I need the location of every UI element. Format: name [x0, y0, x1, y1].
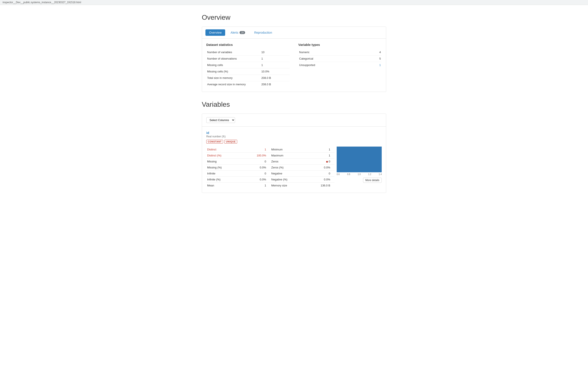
stat-value: 0: [241, 159, 270, 165]
alerts-badge: 20: [240, 31, 245, 34]
table-row: Distinct (%) 100.0%: [206, 152, 270, 159]
tab-reproduction[interactable]: Reproduction: [251, 29, 275, 36]
var-stats-left-table: Distinct 1 Distinct (%) 100.0% Missing 0: [206, 146, 270, 188]
dot-indicator: [326, 161, 328, 163]
table-row: Missing 0: [206, 159, 270, 165]
stat-value: 0.0%: [241, 165, 270, 171]
type-label: Categorical: [298, 55, 369, 62]
browser-url: inspector__Dev__public.systems_instance_…: [2, 1, 81, 4]
stat-label: Mean: [206, 183, 241, 189]
stat-label: Infinite: [206, 171, 241, 177]
table-row: Zeros 0: [270, 159, 334, 165]
stat-value: 1: [241, 146, 270, 152]
select-columns-area: Select Columns: [206, 117, 382, 123]
stat-label: Missing (%): [206, 165, 241, 171]
table-row: Maximum 1: [270, 152, 334, 159]
type-value-link[interactable]: 1: [369, 62, 382, 68]
dataset-statistics: Dataset statistics Number of variables 1…: [206, 43, 290, 88]
axis-label-1: 0.8: [347, 173, 350, 176]
dataset-stats-table: Number of variables 10 Number of observa…: [206, 49, 290, 88]
chart-bar: [337, 146, 382, 172]
table-row: Memory size 136.0 B: [270, 183, 334, 189]
table-row: Zeros (%) 0.0%: [270, 165, 334, 171]
table-row: Infinite (%) 0.0%: [206, 177, 270, 183]
variables-title: Variables: [202, 100, 386, 108]
table-row: Missing cells (%) 10.0%: [206, 68, 290, 75]
variable-types: Variable types Numeric 4 Categorical 5 U…: [298, 43, 382, 88]
table-row: Unsupported 1: [298, 62, 382, 68]
table-row: Mean 1: [206, 183, 270, 189]
variable-id-card: id Real number (ℝ) CONSTANT UNIQUE Disti…: [202, 126, 386, 193]
type-label: Unsupported: [298, 62, 369, 68]
table-row: Numeric 4: [298, 49, 382, 55]
tab-alerts-label: Alerts: [230, 31, 238, 34]
chart-container: 0.6 0.8 1.0 1.2 1.4: [337, 146, 382, 176]
stat-value: 1: [306, 146, 334, 152]
var-stats-right-table: Minimum 1 Maximum 1 Zeros: [270, 146, 334, 188]
variable-stats-columns: Distinct 1 Distinct (%) 100.0% Missing 0: [206, 146, 334, 188]
stat-label: Average record size in memory: [206, 81, 261, 88]
table-row: Infinite 0: [206, 171, 270, 177]
select-columns-dropdown[interactable]: Select Columns: [206, 117, 235, 123]
axis-label-3: 1.2: [368, 173, 371, 176]
stat-value: 208.0 B: [261, 75, 290, 81]
stat-value: 0: [241, 171, 270, 177]
table-row: Average record size in memory 208.0 B: [206, 81, 290, 88]
stat-label: Minimum: [270, 146, 306, 152]
table-row: Negative (%) 0.0%: [270, 177, 334, 183]
overview-title: Overview: [202, 13, 386, 21]
badge-unique: UNIQUE: [224, 140, 237, 144]
variable-chart: 0.6 0.8 1.0 1.2 1.4 More details: [334, 146, 382, 188]
stat-value: 136.0 B: [306, 183, 334, 189]
stat-label: Number of variables: [206, 49, 261, 55]
variable-type: Real number (ℝ): [206, 135, 382, 138]
stat-value: 0.0%: [241, 177, 270, 183]
page-content: Overview Overview Alerts 20 Reproduction…: [198, 5, 390, 219]
table-row: Negative 0: [270, 171, 334, 177]
type-value: 5: [369, 55, 382, 62]
stat-label: Memory size: [270, 183, 306, 189]
stat-label: Infinite (%): [206, 177, 241, 183]
chart-axis: 0.6 0.8 1.0 1.2 1.4: [337, 172, 382, 176]
stat-label: Negative: [270, 171, 306, 177]
table-row: Missing (%) 0.0%: [206, 165, 270, 171]
variable-stats-left: Distinct 1 Distinct (%) 100.0% Missing 0: [206, 146, 270, 188]
stat-value: 10.0%: [261, 68, 290, 75]
browser-title-bar: inspector__Dev__public.systems_instance_…: [0, 0, 588, 5]
variable-badges: CONSTANT UNIQUE: [206, 140, 382, 144]
badge-constant: CONSTANT: [206, 140, 223, 144]
stat-value: 1: [241, 183, 270, 189]
stat-value: 1: [261, 55, 290, 62]
overview-tabs: Overview Alerts 20 Reproduction: [202, 27, 386, 39]
more-details-button[interactable]: More details: [363, 178, 382, 183]
type-value: 4: [369, 49, 382, 55]
stat-label: Missing cells: [206, 62, 261, 68]
stat-label: Total size in memory: [206, 75, 261, 81]
variable-name[interactable]: id: [206, 131, 382, 135]
stat-value: 10: [261, 49, 290, 55]
variable-stats-combined: Distinct 1 Distinct (%) 100.0% Missing 0: [206, 146, 382, 188]
variable-stats-right: Minimum 1 Maximum 1 Zeros: [270, 146, 334, 188]
tab-overview[interactable]: Overview: [206, 29, 225, 36]
stat-label: Maximum: [270, 152, 306, 159]
stat-label: Distinct (%): [206, 152, 241, 159]
stat-label: Zeros: [270, 159, 306, 165]
stat-label: Missing cells (%): [206, 68, 261, 75]
overview-card: Overview Alerts 20 Reproduction Dataset …: [202, 27, 386, 92]
stat-label: Distinct: [206, 146, 241, 152]
stat-label: Missing: [206, 159, 241, 165]
dataset-stats-title: Dataset statistics: [206, 43, 290, 47]
stat-value: 100.0%: [241, 152, 270, 159]
table-row: Missing cells 1: [206, 62, 290, 68]
overview-body: Dataset statistics Number of variables 1…: [202, 39, 386, 92]
table-row: Total size in memory 208.0 B: [206, 75, 290, 81]
stat-label: Zeros (%): [270, 165, 306, 171]
table-row: Minimum 1: [270, 146, 334, 152]
axis-label-0: 0.6: [337, 173, 340, 176]
variable-types-table: Numeric 4 Categorical 5 Unsupported 1: [298, 49, 382, 68]
stat-label: Number of observations: [206, 55, 261, 62]
stat-value: 0.0%: [306, 165, 334, 171]
table-row: Categorical 5: [298, 55, 382, 62]
variables-card: Select Columns id Real number (ℝ) CONSTA…: [202, 114, 386, 193]
tab-alerts[interactable]: Alerts 20: [227, 29, 249, 36]
